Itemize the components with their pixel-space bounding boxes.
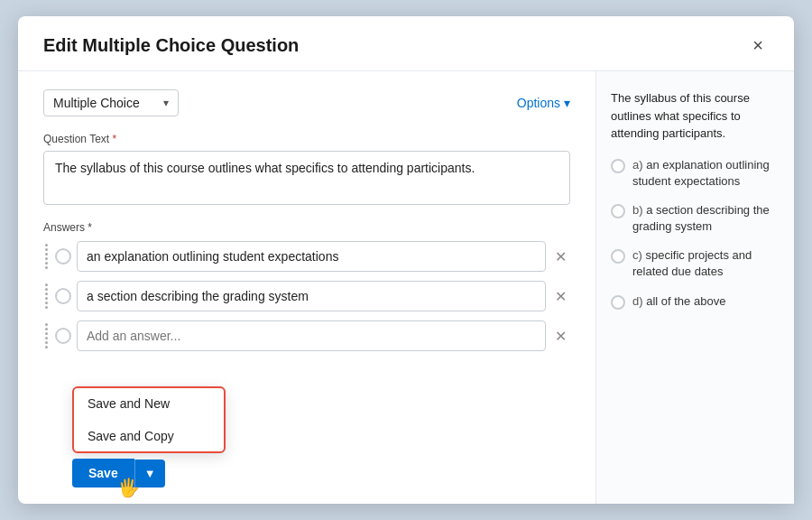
select-chevron-icon: ▾ <box>163 97 169 109</box>
preview-radio-a[interactable] <box>611 159 625 173</box>
save-button-row: Save ▼ <box>72 459 226 488</box>
preview-letter-d: d) <box>632 294 643 308</box>
drag-handle-2[interactable] <box>43 283 50 309</box>
answer-row-1: ✕ <box>43 241 570 272</box>
save-and-new-button[interactable]: Save and New <box>73 387 225 420</box>
options-label: Options <box>517 96 560 110</box>
options-button[interactable]: Options ▾ <box>517 96 570 110</box>
question-field-label: Question Text * <box>43 133 570 145</box>
remove-answer-2-button[interactable]: ✕ <box>551 288 570 305</box>
preview-radio-b[interactable] <box>611 204 625 218</box>
answer-radio-2[interactable] <box>55 288 71 304</box>
answer-row-2: ✕ <box>43 281 570 311</box>
question-type-select[interactable]: Multiple Choice ▾ <box>43 89 179 116</box>
options-chevron-icon: ▾ <box>564 96 570 110</box>
answer-input-1[interactable] <box>77 241 546 272</box>
remove-answer-1-button[interactable]: ✕ <box>551 248 570 265</box>
preview-answer-d: d) all of the above <box>611 293 780 310</box>
preview-answer-b: b) a section describing the grading syst… <box>611 202 780 235</box>
answer-input-3[interactable] <box>77 320 546 351</box>
preview-text-b: a section describing the grading system <box>632 203 770 233</box>
preview-question-text: The syllabus of this course outlines wha… <box>611 89 780 143</box>
preview-radio-c[interactable] <box>611 249 625 264</box>
modal-body: Multiple Choice ▾ Options ▾ Question Tex… <box>18 71 794 504</box>
remove-answer-3-button[interactable]: ✕ <box>551 328 570 345</box>
preview-letter-b: b) <box>632 203 643 217</box>
preview-text-a: an explanation outlining student expecta… <box>632 158 770 188</box>
answer-radio-3[interactable] <box>55 328 71 344</box>
preview-letter-a: a) <box>632 158 643 172</box>
question-required-marker: * <box>113 133 117 145</box>
answer-input-2[interactable] <box>77 281 546 311</box>
answer-row-3: ✕ <box>43 320 570 351</box>
save-chevron-button[interactable]: ▼ <box>134 460 165 488</box>
question-text-input[interactable]: The syllabus of this course outlines wha… <box>43 151 570 205</box>
modal-title: Edit Multiple Choice Question <box>43 35 299 56</box>
drag-handle-1[interactable] <box>43 244 50 269</box>
left-panel: Multiple Choice ▾ Options ▾ Question Tex… <box>18 71 595 504</box>
preview-answer-a: a) an explanation outlining student expe… <box>611 157 780 190</box>
preview-answer-c: c) specific projects and related due dat… <box>611 247 780 280</box>
close-button[interactable]: × <box>747 34 769 56</box>
preview-text-c: specific projects and related due dates <box>632 248 752 278</box>
preview-radio-d[interactable] <box>611 295 625 310</box>
drag-handle-3[interactable] <box>43 323 50 348</box>
modal-header: Edit Multiple Choice Question × <box>18 16 794 71</box>
right-panel: The syllabus of this course outlines wha… <box>595 71 794 504</box>
save-area: Save and New Save and Copy Save ▼ 🖐 <box>72 386 226 488</box>
question-type-label: Multiple Choice <box>53 96 140 110</box>
preview-letter-c: c) <box>632 248 642 262</box>
modal: Edit Multiple Choice Question × Multiple… <box>18 16 794 504</box>
preview-text-d: all of the above <box>646 294 725 308</box>
select-row: Multiple Choice ▾ Options ▾ <box>43 89 570 116</box>
save-button[interactable]: Save <box>72 459 134 488</box>
save-and-copy-button[interactable]: Save and Copy <box>73 420 225 452</box>
answers-label: Answers * <box>43 221 570 234</box>
save-dropdown: Save and New Save and Copy <box>72 386 226 453</box>
answer-radio-1[interactable] <box>55 248 71 265</box>
answers-required-marker: * <box>88 221 92 234</box>
